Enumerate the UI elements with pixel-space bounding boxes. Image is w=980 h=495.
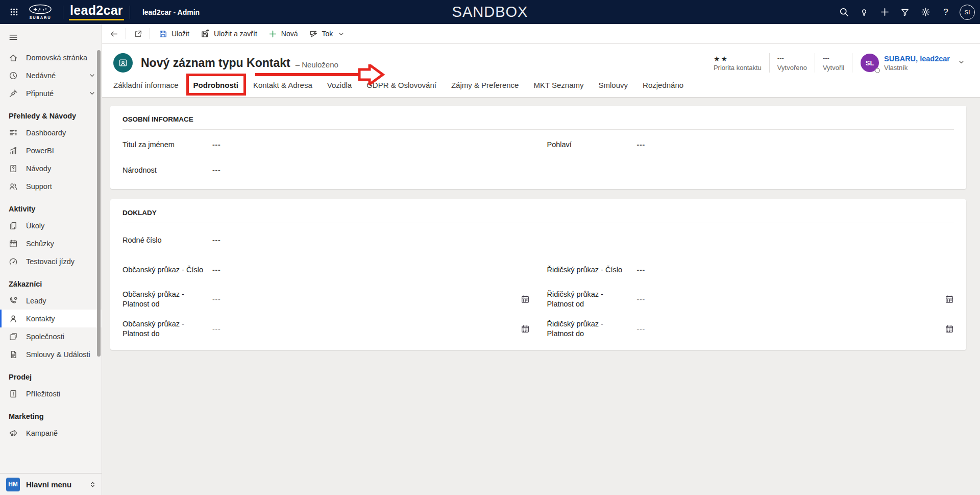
summary-label: Vytvořeno	[777, 64, 807, 72]
account-avatar-button[interactable]: SI	[960, 5, 975, 20]
save-button[interactable]: Uložit	[153, 26, 195, 42]
field-value[interactable]: ---	[637, 266, 939, 274]
datepicker-button[interactable]	[945, 295, 954, 304]
sidebar-item-powerbi[interactable]: PowerBI	[0, 142, 102, 159]
waffle-icon	[10, 8, 18, 16]
owner-field[interactable]: SL SUBARU, lead2car Vlastník	[852, 54, 954, 72]
popout-button[interactable]	[129, 26, 146, 41]
sidebar-item-dashboardy[interactable]: Dashboardy	[0, 124, 102, 142]
datepicker-button[interactable]	[521, 295, 530, 304]
datepicker-button[interactable]	[945, 324, 954, 334]
popout-icon	[134, 30, 142, 38]
sidebar-item-label: Dashboardy	[26, 129, 66, 137]
sidebar-item-testovaci-jizdy[interactable]: Testovací jízdy	[0, 252, 102, 270]
sidebar-item-navody[interactable]: Návody	[0, 159, 102, 177]
section-columns: Rodné číslo---Občanský průkaz - Číslo---…	[122, 223, 954, 344]
field-value[interactable]: ---	[212, 295, 514, 303]
summary-value: ---	[777, 54, 807, 62]
topbar-divider	[130, 6, 130, 19]
tab-smlouvy[interactable]: Smlouvy	[598, 78, 629, 97]
home-icon	[9, 53, 18, 62]
field-label: Občanský průkaz - Platnost do	[122, 319, 212, 339]
field-value[interactable]: ---	[212, 140, 514, 149]
field-rodne-cislo: Rodné číslo---	[122, 225, 530, 255]
save-and-close-button[interactable]: Uložit a zavřít	[195, 26, 263, 42]
area-switcher-button[interactable]	[89, 481, 96, 488]
sidebar-item-schuzky[interactable]: Schůzky	[0, 234, 102, 252]
filter-button[interactable]	[898, 6, 912, 19]
field-value[interactable]: ---	[212, 166, 514, 174]
owner-avatar: SL	[861, 54, 879, 72]
field-spacer	[547, 225, 954, 255]
field-label: Národnost	[122, 166, 212, 175]
sidebar-scrollbar[interactable]	[97, 50, 101, 357]
sidebar-item-support[interactable]: Support	[0, 177, 102, 195]
company-icon	[9, 332, 18, 341]
field-ridicsky-prukaz-cislo: Řidičský průkaz - Číslo---	[547, 255, 954, 285]
help-button[interactable]: ?	[939, 6, 952, 19]
sidebar-section-prehledy-navody: Přehledy & Návody	[0, 102, 102, 124]
site-map-sidebar: Domovská stránkaNedávnéPřipnutéPřehledy …	[0, 24, 102, 495]
datepicker-button[interactable]	[521, 324, 530, 334]
sidebar-item-ukoly[interactable]: Úkoly	[0, 217, 102, 234]
topbar-actions: ?SI	[837, 5, 975, 20]
sidebar-item-kontakty[interactable]: Kontakty	[0, 310, 102, 327]
command-divider	[150, 28, 150, 39]
sidebar-item-label: Testovací jízdy	[26, 257, 75, 266]
field-label: Titul za jménem	[122, 140, 212, 150]
tab-mkt-seznamy[interactable]: MKT Seznamy	[532, 78, 584, 97]
subaru-logo: SUBARU	[29, 4, 52, 20]
field-ridicsky-prukaz-platnost-do: Řidičský průkaz - Platnost do---	[547, 314, 954, 344]
save-icon	[159, 30, 167, 38]
sidebar-item-pripnute[interactable]: Připnuté	[0, 84, 102, 102]
field-value[interactable]: ---	[637, 325, 939, 333]
owner-name-link[interactable]: SUBARU, lead2car	[884, 54, 950, 64]
tab-zajmy-preference[interactable]: Zájmy & Preference	[450, 78, 520, 97]
field-value[interactable]: ---	[637, 295, 939, 303]
plus-icon	[880, 7, 890, 17]
sidebar-item-nedavne[interactable]: Nedávné	[0, 66, 102, 84]
tab-zakladni-informace[interactable]: Základní informace	[112, 78, 180, 97]
sidebar-footer[interactable]: HM Hlavní menu	[0, 473, 102, 495]
sidebar-item-label: Úkoly	[26, 222, 44, 230]
sidebar-item-leady[interactable]: Leady	[0, 292, 102, 310]
annotation-arrow	[254, 64, 385, 85]
field-value[interactable]: ---	[212, 325, 514, 333]
summary-vytvoreno: ---Vytvořeno	[770, 54, 815, 72]
support-icon	[9, 182, 18, 191]
sidebar-item-spolecnosti[interactable]: Společnosti	[0, 327, 102, 345]
calendar-icon	[9, 239, 18, 248]
header-collapse-button[interactable]	[958, 59, 965, 67]
new-label: Nová	[281, 30, 298, 38]
sidebar-item-smlouvy-udalosti[interactable]: Smlouvy & Události	[0, 345, 102, 363]
field-value[interactable]: ---	[637, 140, 939, 149]
app-launcher-button[interactable]	[5, 4, 22, 21]
field-ridicsky-prukaz-platnost-od: Řidičský průkaz - Platnost od---	[547, 285, 954, 314]
field-label: Občanský průkaz - Číslo	[122, 265, 212, 275]
sidebar-item-prilezitosti[interactable]: Příležitosti	[0, 385, 102, 403]
sidebar-nav: Domovská stránkaNedávnéPřipnutéPřehledy …	[0, 46, 102, 473]
back-button[interactable]	[105, 26, 122, 41]
search-button[interactable]	[837, 6, 850, 19]
sidebar-item-kampane[interactable]: Kampaně	[0, 424, 102, 442]
new-button[interactable]: Nová	[263, 26, 304, 42]
section-title: DOKLADY	[122, 206, 954, 223]
field-value[interactable]: ---	[212, 266, 514, 274]
contact-card-icon	[118, 58, 128, 68]
tab-rozjednano[interactable]: Rozjednáno	[642, 78, 684, 97]
flow-button[interactable]: Tok	[304, 26, 351, 42]
sidebar-section-prodej: Prodej	[0, 363, 102, 385]
field-narodnost: Národnost---	[122, 157, 530, 183]
sidebar-section-aktivity: Aktivity	[0, 195, 102, 217]
sidebar-item-label: Domovská stránka	[26, 54, 87, 62]
tab-podrobnosti[interactable]: Podrobnosti	[192, 78, 239, 97]
field-pohlavi: Pohlaví---	[547, 132, 954, 157]
sidebar-item-domovska-stranka[interactable]: Domovská stránka	[0, 49, 102, 66]
quick-create-button[interactable]	[878, 6, 891, 19]
sidebar-item-label: Připnuté	[26, 89, 54, 98]
sidebar-item-label: Společnosti	[26, 333, 64, 341]
suggestions-button[interactable]	[857, 6, 871, 19]
settings-button[interactable]	[919, 6, 932, 19]
sidebar-toggle-button[interactable]	[4, 28, 22, 46]
field-value[interactable]: ---	[212, 236, 514, 244]
